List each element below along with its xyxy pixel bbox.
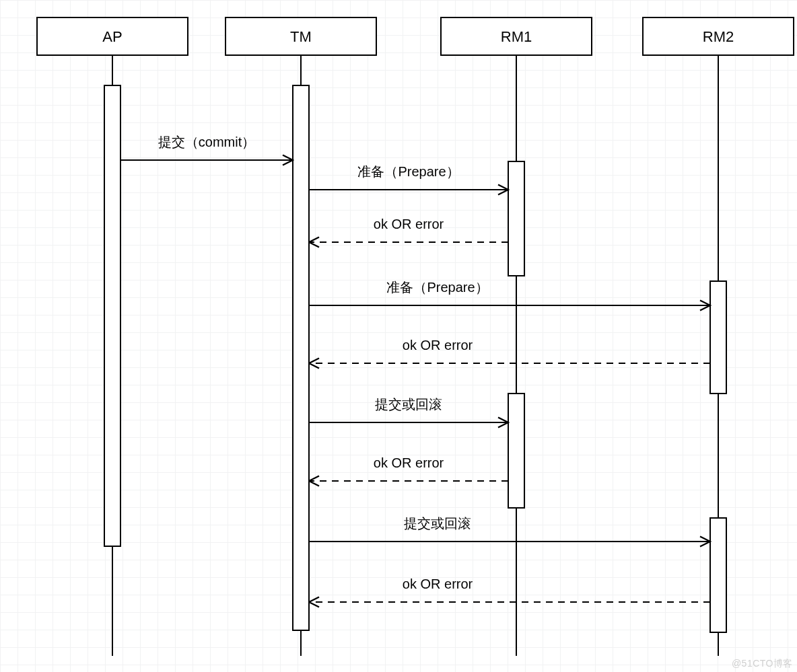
message-m1: 提交（commit） (120, 135, 293, 160)
activation-rm1-2 (508, 394, 524, 508)
message-m2: 准备（Prepare） (309, 164, 508, 190)
message-m6-label: 提交或回滚 (375, 397, 442, 412)
sequence-diagram: AP TM RM1 RM2 提交（commit） 准备（Prep (0, 0, 797, 672)
message-m8: 提交或回滚 (309, 516, 710, 542)
participant-rm2: RM2 (643, 17, 794, 656)
message-m9-label: ok OR error (403, 576, 473, 591)
message-m7-label: ok OR error (374, 455, 444, 470)
activation-ap (104, 85, 120, 546)
participant-rm1-label: RM1 (501, 28, 532, 45)
message-m6: 提交或回滚 (309, 397, 508, 422)
message-m8-label: 提交或回滚 (404, 516, 471, 531)
message-m5-label: ok OR error (403, 338, 473, 352)
message-m3: ok OR error (309, 217, 508, 242)
message-m1-label: 提交（commit） (158, 135, 255, 149)
activation-rm2-2 (710, 518, 726, 632)
activation-tm (293, 85, 309, 630)
participant-tm: TM (226, 17, 376, 656)
message-m5: ok OR error (309, 338, 710, 363)
message-m7: ok OR error (309, 455, 508, 481)
message-m4-label: 准备（Prepare） (386, 280, 488, 295)
activation-rm2-1 (710, 281, 726, 394)
participant-ap: AP (37, 17, 188, 656)
watermark-text: @51CTO博客 (732, 658, 793, 670)
message-m3-label: ok OR error (374, 217, 444, 231)
activation-rm1-1 (508, 161, 524, 276)
participant-rm1: RM1 (441, 17, 592, 656)
participant-rm2-label: RM2 (703, 28, 734, 45)
message-m9: ok OR error (309, 576, 710, 602)
participant-ap-label: AP (102, 28, 122, 45)
message-m4: 准备（Prepare） (309, 280, 710, 305)
participant-tm-label: TM (290, 28, 312, 45)
message-m2-label: 准备（Prepare） (357, 164, 459, 179)
